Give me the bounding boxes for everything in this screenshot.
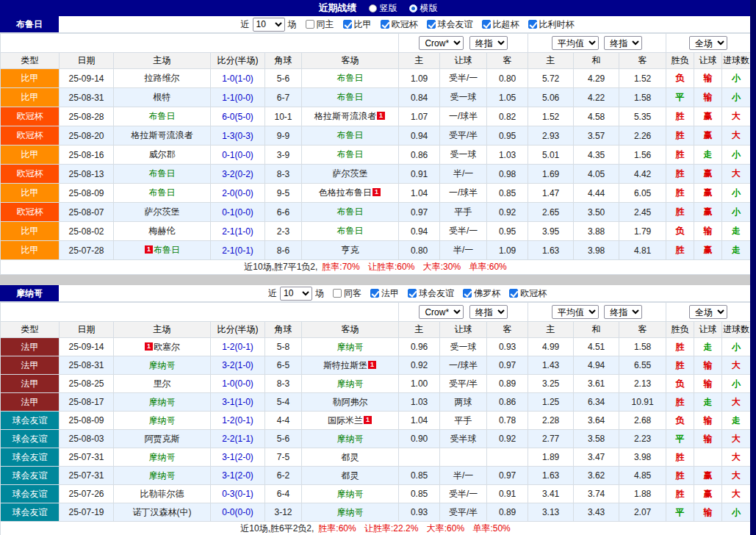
away-team-cell: 布鲁日 bbox=[302, 222, 399, 241]
checkbox-checked-icon bbox=[463, 289, 472, 298]
team-label: 布鲁日 bbox=[149, 168, 176, 179]
league-filter-checkbox[interactable]: 球会友谊 bbox=[427, 18, 473, 31]
away-team-cell: 亨克 bbox=[302, 241, 399, 260]
euro-company-select[interactable]: 平均值 bbox=[552, 36, 599, 50]
team-label: 根特 bbox=[154, 92, 171, 102]
odds-company-select[interactable]: Crow* bbox=[419, 36, 464, 50]
corner-cell: 6-7 bbox=[265, 88, 302, 107]
home-team-cell: 布鲁日 bbox=[114, 184, 211, 203]
league-filter-checkbox[interactable]: 比利时杯 bbox=[528, 18, 575, 31]
euro-home-odds: 3.25 bbox=[528, 375, 574, 393]
same-venue-checkbox[interactable]: 同主 bbox=[306, 18, 334, 31]
handicap-home-odds: 0.91 bbox=[399, 165, 440, 184]
layout-radio-horizontal[interactable]: 横版 bbox=[409, 2, 438, 15]
result-goals: 小 bbox=[722, 69, 751, 88]
scope-select[interactable]: 全场 bbox=[689, 305, 727, 319]
away-team-cell: 布鲁日 bbox=[302, 69, 399, 88]
handicap-away-odds: 0.85 bbox=[487, 184, 528, 203]
date-cell: 25-08-09 bbox=[60, 184, 114, 203]
home-team-cell: 格拉斯哥流浪者 bbox=[114, 126, 211, 146]
date-cell: 25-08-03 bbox=[60, 430, 114, 448]
handicap-home-odds: 0.80 bbox=[399, 241, 440, 260]
column-header: 客场 bbox=[302, 53, 399, 69]
handicap-away-odds: 0.92 bbox=[487, 430, 528, 448]
home-team-cell: 1欧塞尔 bbox=[114, 338, 211, 356]
selects-row-spacer bbox=[1, 34, 399, 53]
column-header: 主 bbox=[528, 53, 574, 69]
euro-draw-odds: 4.29 bbox=[574, 69, 619, 88]
same-venue-checkbox[interactable]: 同客 bbox=[333, 287, 361, 300]
column-header: 胜负 bbox=[666, 53, 694, 69]
euro-home-odds: 1.52 bbox=[528, 107, 574, 126]
result-winloss: 负 bbox=[666, 412, 694, 430]
score-cell: 0-3(0-1) bbox=[211, 485, 265, 503]
team-label: 格拉斯哥流浪者 bbox=[314, 111, 376, 121]
layout-radio-vertical[interactable]: 竖版 bbox=[369, 2, 397, 15]
away-team-cell: 色格拉布鲁日1 bbox=[302, 184, 399, 203]
scope-select[interactable]: 全场 bbox=[689, 36, 727, 50]
team-label: 亨克 bbox=[342, 245, 359, 255]
summary-rates: 胜率:70% 让胜率:60% 大率:30% 单率:60% bbox=[322, 262, 506, 272]
euro-away-odds: 2.26 bbox=[619, 126, 666, 146]
league-type-cell: 欧冠杯 bbox=[1, 107, 60, 126]
handicap-home-odds: 1.04 bbox=[399, 184, 440, 203]
result-handicap: 赢 bbox=[694, 107, 722, 126]
team-label: 比勒菲尔德 bbox=[140, 489, 184, 499]
euro-company-select[interactable]: 平均值 bbox=[552, 305, 599, 319]
team-label: 威尔郡 bbox=[149, 149, 176, 159]
result-winloss: 胜 bbox=[666, 393, 694, 412]
recent-count-select[interactable]: 10 bbox=[280, 287, 312, 301]
euro-draw-odds: 3.57 bbox=[574, 126, 619, 146]
team-name: 布鲁日 bbox=[16, 18, 43, 31]
euro-away-odds: 1.52 bbox=[619, 69, 666, 88]
result-goals: 小 bbox=[722, 375, 751, 393]
score-cell: 6-0(5-0) bbox=[211, 107, 265, 126]
euro-home-odds: 1.47 bbox=[528, 184, 574, 203]
league-filter-checkbox[interactable]: 欧冠杯 bbox=[509, 287, 547, 300]
result-handicap: 走 bbox=[694, 393, 722, 412]
league-filter-checkbox[interactable]: 球会友谊 bbox=[408, 287, 454, 300]
column-header: 比分(半场) bbox=[211, 322, 265, 338]
league-filter-checkbox[interactable]: 佛罗杯 bbox=[463, 287, 500, 300]
league-type-cell: 比甲 bbox=[1, 146, 60, 165]
result-goals: 小 bbox=[722, 88, 751, 107]
handicap-line bbox=[440, 448, 487, 467]
handicap-home-odds: 0.92 bbox=[399, 356, 440, 375]
summary-rates: 胜率:60% 让胜率:22.2% 大率:60% 单率:50% bbox=[318, 523, 510, 534]
league-filters: 比甲欧冠杯球会友谊比超杯比利时杯 bbox=[343, 18, 575, 31]
corner-cell: 9-5 bbox=[265, 184, 302, 203]
red-card-badge: 1 bbox=[372, 188, 381, 196]
euro-draw-odds: 3.64 bbox=[574, 412, 619, 430]
result-handicap: 输 bbox=[694, 356, 722, 375]
table-row: 球会友谊25-07-31摩纳哥3-1(2-0)7-5都灵1.893.473.98… bbox=[1, 448, 751, 467]
euro-draw-odds: 4.58 bbox=[574, 107, 619, 126]
odds-type-select[interactable]: 终指 bbox=[469, 305, 508, 319]
team-label: 里尔 bbox=[154, 378, 171, 389]
column-header: 日期 bbox=[60, 322, 114, 338]
table-row: 比甲25-08-16威尔郡0-1(0-0)3-9布鲁日0.86受一球1.035.… bbox=[1, 146, 751, 165]
handicap-home-odds: 1.00 bbox=[399, 375, 440, 393]
league-filter-checkbox[interactable]: 欧冠杯 bbox=[381, 18, 418, 31]
summary-row: 近10场,胜6平2负2,胜率:60% 让胜率:22.2% 大率:60% 单率:5… bbox=[1, 522, 751, 535]
column-header: 进球数 bbox=[722, 322, 751, 338]
recent-count-select[interactable]: 10 bbox=[253, 18, 285, 32]
summary-text: 近10场,胜7平1负2,胜率:70% 让胜率:60% 大率:30% 单率:60% bbox=[1, 260, 751, 275]
league-filter-checkbox[interactable]: 比超杯 bbox=[482, 18, 519, 31]
column-header: 主场 bbox=[114, 322, 211, 338]
result-winloss: 胜 bbox=[666, 146, 694, 165]
odds-company-select[interactable]: Crow* bbox=[419, 305, 464, 319]
odds-type-select[interactable]: 终指 bbox=[469, 36, 508, 50]
table-row: 法甲25-08-31摩纳哥3-2(1-0)6-5斯特拉斯堡10.92一/球半0.… bbox=[1, 356, 751, 375]
handicap-line: 受一球 bbox=[440, 88, 487, 107]
corner-cell: 8-6 bbox=[265, 241, 302, 260]
score-cell: 2-1(0-1) bbox=[211, 241, 265, 260]
result-goals: 大 bbox=[722, 356, 751, 375]
euro-type-select[interactable]: 终指 bbox=[604, 36, 642, 50]
team-name: 摩纳哥 bbox=[16, 287, 43, 300]
result-handicap bbox=[694, 448, 722, 467]
league-filter-checkbox[interactable]: 比甲 bbox=[343, 18, 372, 31]
euro-type-select[interactable]: 终指 bbox=[604, 305, 642, 319]
league-filter-checkbox[interactable]: 法甲 bbox=[370, 287, 399, 300]
result-goals: 走 bbox=[722, 412, 751, 430]
euro-draw-odds: 3.88 bbox=[574, 222, 619, 241]
